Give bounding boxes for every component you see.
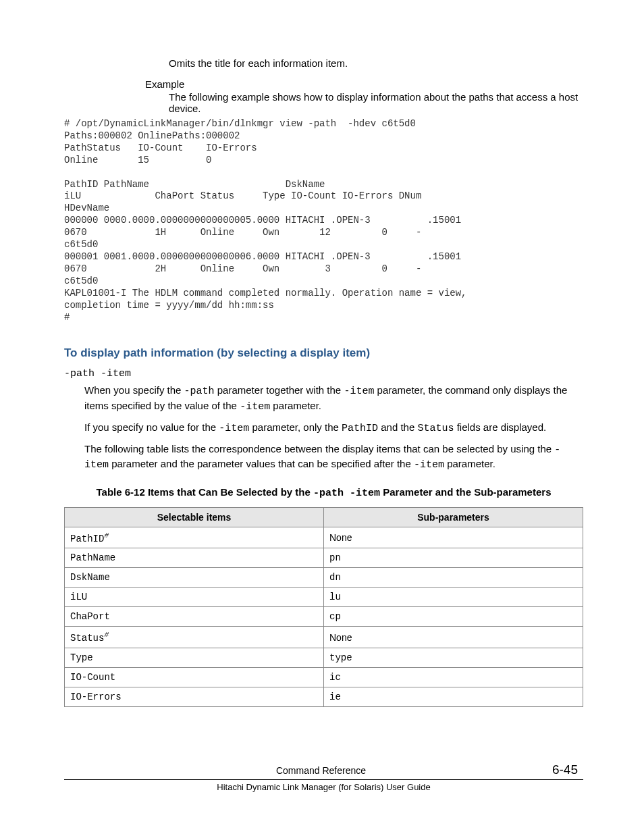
page-number: 6-45 — [531, 762, 583, 777]
table-header-row: Selectable items Sub-parameters — [65, 507, 583, 527]
text: parameter. — [444, 458, 495, 469]
sub-parameter-cell: type — [324, 648, 583, 667]
table-row: PathNamepn — [65, 548, 583, 568]
selectable-item-cell: iLU — [65, 588, 324, 607]
sub-parameter-cell: ic — [324, 667, 583, 687]
example-body: The following example shows how to displ… — [169, 91, 583, 114]
code-inline: PathID — [342, 423, 378, 434]
table-row: IO-Errorsie — [65, 687, 583, 706]
text: When you specify the — [84, 384, 184, 396]
selectable-item-cell: IO-Count — [65, 667, 324, 687]
paragraph-3: The following table lists the correspond… — [84, 442, 583, 473]
terminal-output: # /opt/DynamicLinkManager/bin/dlnkmgr vi… — [64, 118, 583, 323]
sub-parameter-cell: dn — [324, 568, 583, 588]
table-row: Typetype — [65, 648, 583, 667]
table-row: IO-Countic — [65, 667, 583, 687]
example-label: Example — [145, 78, 583, 90]
selectable-item-cell: PathID# — [65, 527, 324, 548]
table-row: Status#None — [65, 627, 583, 648]
page-footer: Command Reference 6-45 Hitachi Dynamic L… — [64, 762, 583, 792]
text: parameter and the parameter values that … — [109, 458, 414, 469]
code-inline: -path — [184, 386, 215, 397]
sub-parameter-cell: None — [324, 627, 583, 648]
hash-superscript: # — [104, 631, 109, 639]
sub-parameter-cell: pn — [324, 548, 583, 568]
sub-parameter-cell: cp — [324, 607, 583, 627]
hash-superscript: # — [104, 531, 109, 540]
text: parameter, only the — [249, 421, 342, 433]
param-line: -path -item — [64, 368, 583, 380]
text: parameter together with the — [215, 384, 344, 396]
omit-line: Omits the title for each information ite… — [169, 57, 583, 69]
text: and the — [378, 421, 417, 433]
selectable-item-cell: Status# — [65, 627, 324, 648]
code-inline: -item — [240, 401, 270, 413]
selectable-item-cell: ChaPort — [65, 607, 324, 627]
footer-section-title: Command Reference — [111, 765, 531, 776]
text: parameter. — [270, 400, 321, 411]
table-row: iLUlu — [65, 588, 583, 607]
paragraph-1: When you specify the -path parameter tog… — [84, 384, 583, 414]
table-caption: Table 6-12 Items that Can Be Selected by… — [91, 485, 556, 500]
param-table: Selectable items Sub-parameters PathID#N… — [64, 507, 583, 707]
selectable-item-cell: PathName — [65, 548, 324, 568]
text: The following table lists the correspond… — [84, 443, 554, 454]
text: fields are displayed. — [454, 421, 546, 433]
selectable-item-cell: DskName — [65, 568, 324, 588]
selectable-item-cell: IO-Errors — [65, 687, 324, 706]
footer-book-title: Hitachi Dynamic Link Manager (for Solari… — [64, 782, 583, 792]
code-inline: -item — [344, 386, 374, 397]
table-row: DskNamedn — [65, 568, 583, 588]
table-row: ChaPortcp — [65, 607, 583, 627]
col-header-items: Selectable items — [65, 507, 324, 527]
code-inline: -item — [414, 459, 444, 471]
page-content: Omits the title for each information ite… — [0, 0, 644, 707]
section-heading: To display path information (by selectin… — [64, 346, 583, 360]
caption-code: -path -item — [313, 488, 380, 499]
code-inline: -item — [219, 423, 249, 434]
code-inline: Status — [417, 423, 454, 434]
sub-parameter-cell: None — [324, 527, 583, 548]
caption-text: Parameter and the Sub-parameters — [380, 486, 551, 498]
sub-parameter-cell: ie — [324, 687, 583, 706]
sub-parameter-cell: lu — [324, 588, 583, 607]
table-row: PathID#None — [65, 527, 583, 548]
paragraph-2: If you specify no value for the -item pa… — [84, 421, 583, 436]
selectable-item-cell: Type — [65, 648, 324, 667]
col-header-sub: Sub-parameters — [324, 507, 583, 527]
text: If you specify no value for the — [84, 421, 219, 433]
caption-text: Table 6-12 Items that Can Be Selected by… — [97, 486, 314, 498]
